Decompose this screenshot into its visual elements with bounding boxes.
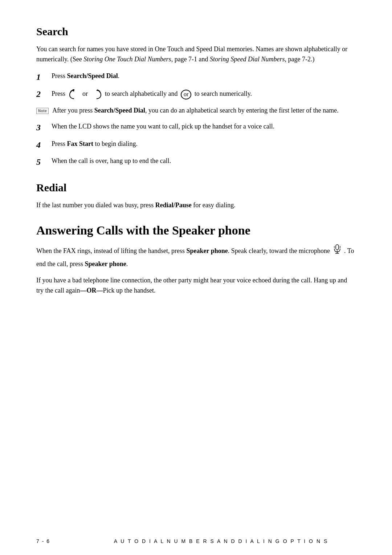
page-footer: 7 - 6 A U T O D I A L N U M B E R S A N … [0,538,392,544]
step-4-number: 4 [36,139,52,151]
note-icon: Note [36,106,49,114]
step-5-number: 5 [36,156,52,168]
step-2-number: 2 [36,88,52,101]
step-3-text: When the LCD shows the name you want to … [52,122,356,132]
step-2: 2 Press or [36,88,356,101]
or-oval-icon: or [181,90,191,99]
answering-heading: Answering Calls with the Speaker phone [36,224,356,237]
search-steps-continued: 3 When the LCD shows the name you want t… [36,122,356,168]
answering-section: Answering Calls with the Speaker phone W… [36,224,356,296]
arrow-left-icon [68,88,80,101]
answering-para2: If you have a bad telephone line connect… [36,275,356,296]
search-steps: 1 Press Search/Speed Dial. 2 Press [36,71,356,101]
step-4: 4 Press Fax Start to begin dialing. [36,139,356,151]
microphone-icon [333,244,341,259]
redial-text: If the last number you dialed was busy, … [36,200,356,211]
step-1-text: Press Search/Speed Dial. [52,71,356,81]
step-1: 1 Press Search/Speed Dial. [36,71,356,83]
step-5-text: When the call is over, hang up to end th… [52,156,356,166]
page-content: Search You can search for names you have… [0,0,392,331]
search-section: Search You can search for names you have… [36,25,356,168]
answering-para1: When the FAX rings, instead of lifting t… [36,244,356,269]
note-text: After you press Search/Speed Dial, you c… [52,106,338,116]
redial-heading: Redial [36,181,356,194]
step-1-number: 1 [36,71,52,83]
svg-rect-3 [336,245,339,250]
redial-section: Redial If the last number you dialed was… [36,181,356,211]
step-5: 5 When the call is over, hang up to end … [36,156,356,168]
footer-text: A U T O D I A L N U M B E R S A N D D I … [114,538,328,544]
step-3: 3 When the LCD shows the name you want t… [36,122,356,134]
search-intro: You can search for names you have stored… [36,44,356,65]
arrow-right-icon [90,88,103,101]
note-block: Note After you press Search/Speed Dial, … [36,106,356,116]
footer-page-number: 7 - 6 [36,538,50,544]
step-4-text: Press Fax Start to begin dialing. [52,139,356,149]
step-2-text: Press or [52,88,356,101]
search-heading: Search [36,25,356,38]
step-3-number: 3 [36,122,52,134]
